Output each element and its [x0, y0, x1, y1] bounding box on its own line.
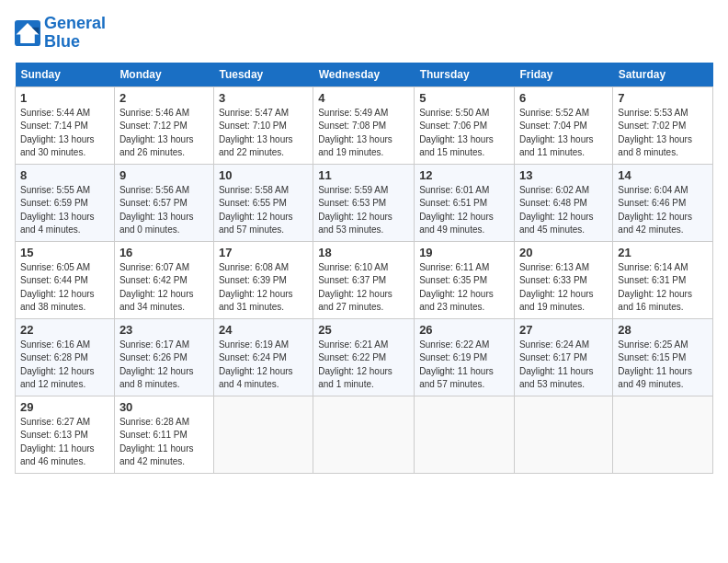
week-row-2: 8Sunrise: 5:55 AM Sunset: 6:59 PM Daylig… [16, 164, 713, 241]
day-info: Sunrise: 6:01 AM Sunset: 6:51 PM Dayligh… [419, 184, 509, 237]
day-cell: 18Sunrise: 6:10 AM Sunset: 6:37 PM Dayli… [313, 241, 415, 318]
day-cell: 15Sunrise: 6:05 AM Sunset: 6:44 PM Dayli… [16, 241, 115, 318]
day-info: Sunrise: 5:50 AM Sunset: 7:06 PM Dayligh… [419, 107, 509, 160]
day-info: Sunrise: 5:59 AM Sunset: 6:53 PM Dayligh… [318, 184, 409, 237]
day-number: 30 [119, 400, 209, 414]
day-cell [313, 396, 415, 473]
day-cell: 21Sunrise: 6:14 AM Sunset: 6:31 PM Dayli… [613, 241, 713, 318]
weekday-row: SundayMondayTuesdayWednesdayThursdayFrid… [16, 63, 713, 87]
day-info: Sunrise: 6:08 AM Sunset: 6:39 PM Dayligh… [219, 261, 308, 315]
week-row-5: 29Sunrise: 6:27 AM Sunset: 6:13 PM Dayli… [16, 396, 713, 473]
day-cell: 3Sunrise: 5:47 AM Sunset: 7:10 PM Daylig… [213, 86, 313, 164]
day-info: Sunrise: 5:56 AM Sunset: 6:57 PM Dayligh… [119, 184, 209, 237]
week-row-3: 15Sunrise: 6:05 AM Sunset: 6:44 PM Dayli… [16, 241, 713, 318]
day-cell: 6Sunrise: 5:52 AM Sunset: 7:04 PM Daylig… [514, 86, 612, 164]
day-number: 14 [618, 168, 708, 182]
day-cell: 12Sunrise: 6:01 AM Sunset: 6:51 PM Dayli… [415, 164, 515, 241]
day-info: Sunrise: 6:27 AM Sunset: 6:13 PM Dayligh… [20, 416, 109, 469]
day-cell: 27Sunrise: 6:24 AM Sunset: 6:17 PM Dayli… [514, 318, 612, 396]
day-number: 10 [219, 168, 308, 182]
day-number: 15 [20, 246, 109, 259]
day-number: 28 [618, 323, 708, 337]
day-info: Sunrise: 6:04 AM Sunset: 6:46 PM Dayligh… [618, 184, 708, 237]
day-number: 25 [318, 323, 409, 337]
day-cell: 13Sunrise: 6:02 AM Sunset: 6:48 PM Dayli… [514, 164, 612, 241]
day-info: Sunrise: 5:52 AM Sunset: 7:04 PM Dayligh… [519, 107, 608, 160]
day-cell: 28Sunrise: 6:25 AM Sunset: 6:15 PM Dayli… [613, 318, 713, 396]
day-info: Sunrise: 6:19 AM Sunset: 6:24 PM Dayligh… [219, 339, 308, 392]
day-info: Sunrise: 6:02 AM Sunset: 6:48 PM Dayligh… [519, 184, 608, 237]
day-info: Sunrise: 5:49 AM Sunset: 7:08 PM Dayligh… [318, 107, 409, 160]
day-info: Sunrise: 5:44 AM Sunset: 7:14 PM Dayligh… [20, 107, 109, 160]
day-number: 24 [219, 323, 308, 337]
day-info: Sunrise: 6:25 AM Sunset: 6:15 PM Dayligh… [618, 339, 708, 392]
day-cell: 19Sunrise: 6:11 AM Sunset: 6:35 PM Dayli… [415, 241, 515, 318]
day-number: 18 [318, 246, 409, 259]
day-cell: 7Sunrise: 5:53 AM Sunset: 7:02 PM Daylig… [613, 86, 713, 164]
page-header: General Blue [15, 15, 713, 52]
day-number: 1 [20, 91, 109, 105]
day-info: Sunrise: 6:11 AM Sunset: 6:35 PM Dayligh… [419, 261, 509, 315]
day-cell [613, 396, 713, 473]
day-info: Sunrise: 5:53 AM Sunset: 7:02 PM Dayligh… [618, 107, 708, 160]
day-number: 20 [519, 246, 608, 259]
day-cell: 25Sunrise: 6:21 AM Sunset: 6:22 PM Dayli… [313, 318, 415, 396]
day-number: 23 [119, 323, 209, 337]
day-number: 27 [519, 323, 608, 337]
day-number: 21 [618, 246, 708, 259]
day-info: Sunrise: 6:17 AM Sunset: 6:26 PM Dayligh… [119, 339, 209, 392]
day-cell: 14Sunrise: 6:04 AM Sunset: 6:46 PM Dayli… [613, 164, 713, 241]
day-cell: 29Sunrise: 6:27 AM Sunset: 6:13 PM Dayli… [16, 396, 115, 473]
logo: General Blue [15, 15, 106, 52]
day-info: Sunrise: 5:46 AM Sunset: 7:12 PM Dayligh… [119, 107, 209, 160]
day-number: 4 [318, 91, 409, 105]
day-number: 19 [419, 246, 509, 259]
week-row-1: 1Sunrise: 5:44 AM Sunset: 7:14 PM Daylig… [16, 86, 713, 164]
day-info: Sunrise: 6:21 AM Sunset: 6:22 PM Dayligh… [318, 339, 409, 392]
day-cell: 2Sunrise: 5:46 AM Sunset: 7:12 PM Daylig… [114, 86, 213, 164]
weekday-header-sunday: Sunday [16, 63, 115, 87]
day-cell: 8Sunrise: 5:55 AM Sunset: 6:59 PM Daylig… [16, 164, 115, 241]
logo-icon [15, 20, 40, 46]
calendar-table: SundayMondayTuesdayWednesdayThursdayFrid… [15, 63, 713, 474]
day-number: 17 [219, 246, 308, 259]
day-cell: 30Sunrise: 6:28 AM Sunset: 6:11 PM Dayli… [114, 396, 213, 473]
day-info: Sunrise: 6:10 AM Sunset: 6:37 PM Dayligh… [318, 261, 409, 315]
day-cell: 10Sunrise: 5:58 AM Sunset: 6:55 PM Dayli… [213, 164, 313, 241]
day-cell: 5Sunrise: 5:50 AM Sunset: 7:06 PM Daylig… [415, 86, 515, 164]
day-number: 2 [119, 91, 209, 105]
day-number: 11 [318, 168, 409, 182]
day-number: 12 [419, 168, 509, 182]
day-number: 22 [20, 323, 109, 337]
weekday-header-saturday: Saturday [613, 63, 713, 87]
day-cell: 4Sunrise: 5:49 AM Sunset: 7:08 PM Daylig… [313, 86, 415, 164]
day-info: Sunrise: 5:47 AM Sunset: 7:10 PM Dayligh… [219, 107, 308, 160]
logo-text: General Blue [44, 15, 106, 52]
day-number: 26 [419, 323, 509, 337]
day-info: Sunrise: 6:28 AM Sunset: 6:11 PM Dayligh… [119, 416, 209, 469]
day-number: 5 [419, 91, 509, 105]
calendar-header: SundayMondayTuesdayWednesdayThursdayFrid… [16, 63, 713, 87]
day-number: 6 [519, 91, 608, 105]
day-number: 13 [519, 168, 608, 182]
weekday-header-tuesday: Tuesday [213, 63, 313, 87]
day-cell: 11Sunrise: 5:59 AM Sunset: 6:53 PM Dayli… [313, 164, 415, 241]
day-info: Sunrise: 5:58 AM Sunset: 6:55 PM Dayligh… [219, 184, 308, 237]
day-info: Sunrise: 6:16 AM Sunset: 6:28 PM Dayligh… [20, 339, 109, 392]
day-info: Sunrise: 6:05 AM Sunset: 6:44 PM Dayligh… [20, 261, 109, 315]
day-cell: 17Sunrise: 6:08 AM Sunset: 6:39 PM Dayli… [213, 241, 313, 318]
day-cell: 23Sunrise: 6:17 AM Sunset: 6:26 PM Dayli… [114, 318, 213, 396]
weekday-header-friday: Friday [514, 63, 612, 87]
day-info: Sunrise: 6:14 AM Sunset: 6:31 PM Dayligh… [618, 261, 708, 315]
day-info: Sunrise: 6:13 AM Sunset: 6:33 PM Dayligh… [519, 261, 608, 315]
calendar-body: 1Sunrise: 5:44 AM Sunset: 7:14 PM Daylig… [16, 86, 713, 473]
day-number: 8 [20, 168, 109, 182]
day-number: 16 [119, 246, 209, 259]
day-cell: 24Sunrise: 6:19 AM Sunset: 6:24 PM Dayli… [213, 318, 313, 396]
day-number: 7 [618, 91, 708, 105]
weekday-header-thursday: Thursday [415, 63, 515, 87]
day-cell: 20Sunrise: 6:13 AM Sunset: 6:33 PM Dayli… [514, 241, 612, 318]
day-cell: 16Sunrise: 6:07 AM Sunset: 6:42 PM Dayli… [114, 241, 213, 318]
day-cell: 9Sunrise: 5:56 AM Sunset: 6:57 PM Daylig… [114, 164, 213, 241]
day-cell: 1Sunrise: 5:44 AM Sunset: 7:14 PM Daylig… [16, 86, 115, 164]
